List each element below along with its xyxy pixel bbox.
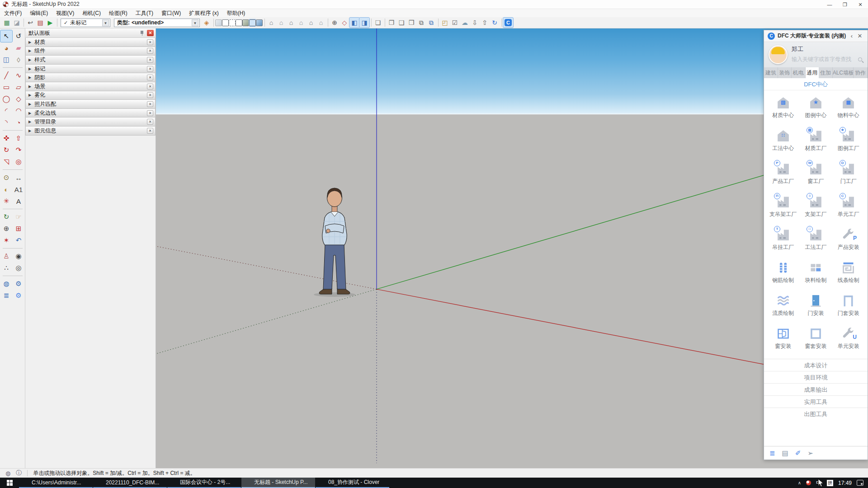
style-monochrome-icon[interactable]: [256, 19, 263, 26]
panel-tray-item[interactable]: ▶ 图元信息 ✕: [25, 127, 156, 136]
zoom-tool[interactable]: ⊕: [0, 223, 12, 235]
tray-item-close-icon[interactable]: ✕: [147, 119, 153, 125]
panel-tray-item[interactable]: ▶ 柔化边线 ✕: [25, 109, 156, 118]
supplies-center[interactable]: ▦ 物料中心: [832, 92, 865, 125]
dfc-section-header[interactable]: 出图工具: [764, 408, 868, 420]
expand-arrow-icon[interactable]: ▶: [28, 75, 31, 80]
dfc-section-header[interactable]: 成本设计: [764, 359, 868, 371]
solid-union-icon[interactable]: ❐: [387, 18, 396, 28]
view-left-icon[interactable]: ⌂: [316, 18, 326, 28]
hidden-icons-chevron[interactable]: ∧: [798, 480, 801, 485]
geolocation-icon[interactable]: ◍: [5, 470, 10, 477]
menu-item[interactable]: 窗口(W): [157, 9, 185, 17]
model-viewport[interactable]: [156, 28, 868, 468]
model-info-icon[interactable]: ▦: [2, 18, 12, 28]
menu-item[interactable]: 工具(T): [132, 9, 157, 17]
picker-pen-icon[interactable]: ✐: [795, 449, 801, 457]
menu-item[interactable]: 扩展程序 (x): [185, 9, 222, 17]
style-shaded-textures-icon[interactable]: [249, 19, 256, 26]
clover-icon[interactable]: C: [503, 18, 513, 28]
send-arrow-icon[interactable]: ➢: [807, 449, 813, 457]
rectangle-tool[interactable]: ▭: [0, 81, 12, 93]
section-plane-icon[interactable]: ◇: [340, 18, 349, 28]
expand-arrow-icon[interactable]: ▶: [28, 84, 31, 89]
method-factory[interactable]: ∷ 工法工厂: [799, 224, 832, 257]
solid-split-icon[interactable]: ⧉: [426, 18, 436, 28]
section-cuts-icon[interactable]: ◧: [349, 18, 359, 28]
follow-me-tool[interactable]: ↷: [13, 144, 24, 156]
hanger-support-factory[interactable]: Π 支吊架工厂: [767, 191, 799, 224]
panel-tray-item[interactable]: ▶ 样式 ✕: [25, 56, 156, 65]
window-install[interactable]: 窗安装: [767, 323, 799, 356]
model-upload-icon[interactable]: ⇧: [480, 18, 490, 28]
close-button[interactable]: ✕: [853, 0, 868, 9]
dfc-center-title[interactable]: DFC中心: [764, 78, 868, 90]
line-tool[interactable]: ╱: [0, 70, 12, 81]
arc-tool[interactable]: ◜: [0, 105, 12, 117]
legend-center[interactable]: ★ 图例中心: [799, 92, 832, 125]
panel-tray-item[interactable]: ▶ 管理目录 ✕: [25, 117, 156, 127]
solid-subtract-icon[interactable]: ❑: [396, 18, 406, 28]
info-icon[interactable]: ⓘ: [16, 469, 22, 477]
rotated-rectangle-tool[interactable]: ▱: [13, 81, 24, 93]
minimize-button[interactable]: —: [822, 0, 837, 9]
dfc-section-header[interactable]: 成果输出: [764, 383, 868, 395]
paint-bucket-tool[interactable]: ◕: [0, 42, 12, 54]
tray-app-icon[interactable]: [806, 480, 811, 485]
tape-measure-tool[interactable]: ⊙: [0, 172, 12, 183]
view-front-icon[interactable]: ⌂: [286, 18, 296, 28]
expand-arrow-icon[interactable]: ▶: [28, 111, 31, 115]
dfc-tab[interactable]: ALC墙板: [833, 67, 854, 78]
taskbar-item-explorer[interactable]: C:\Users\Administr...: [19, 478, 93, 488]
turn-tool[interactable]: ◎: [13, 262, 24, 274]
expand-arrow-icon[interactable]: ▶: [28, 93, 31, 97]
instructor-icon[interactable]: ◪: [12, 18, 22, 28]
door-factory[interactable]: D 门工厂: [832, 158, 865, 191]
tray-item-close-icon[interactable]: ✕: [147, 128, 153, 134]
run-icon[interactable]: ▶: [45, 18, 55, 28]
taskbar-item-word[interactable]: 20221110_DFC-BIM...: [93, 478, 167, 488]
polygon-tool[interactable]: ◇: [13, 93, 24, 105]
view-iso-icon[interactable]: ⌂: [266, 18, 276, 28]
chevron-down-icon[interactable]: ▼: [192, 19, 198, 26]
line-draw[interactable]: 线条绘制: [832, 257, 865, 290]
unit-factory[interactable]: C 单元工厂: [832, 191, 865, 224]
move-tool[interactable]: ✜: [0, 132, 12, 144]
product-factory[interactable]: P 产品工厂: [767, 158, 799, 191]
pin-icon[interactable]: [139, 30, 145, 36]
taskbar-item-sketchup-2[interactable]: 无标题 - SketchUp P...: [241, 478, 315, 488]
zoom-extents-tool[interactable]: ✶: [0, 235, 12, 246]
generate-report-icon[interactable]: ↩: [25, 18, 35, 28]
dfc-tab[interactable]: 通用: [806, 67, 819, 78]
expand-arrow-icon[interactable]: ▶: [28, 58, 31, 62]
door-install[interactable]: 门安装: [799, 290, 832, 323]
rebar-draw[interactable]: 钢筋绘制: [767, 257, 799, 290]
windowframe-install[interactable]: 窗套安装: [799, 323, 832, 356]
chevron-down-icon[interactable]: ▼: [102, 19, 109, 26]
user-avatar[interactable]: [769, 45, 788, 64]
expand-arrow-icon[interactable]: ▶: [28, 120, 31, 124]
collapse-panel-icon[interactable]: ‹: [848, 33, 856, 39]
section-fill-icon[interactable]: ◨: [359, 18, 369, 28]
protractor-tool[interactable]: ◐: [0, 183, 12, 195]
menu-item[interactable]: 视图(V): [52, 9, 78, 17]
product-install[interactable]: P 产品安装: [832, 224, 865, 257]
previous-view-tool[interactable]: ↶: [13, 235, 24, 246]
eraser-tool[interactable]: ▰: [13, 42, 24, 54]
tray-item-close-icon[interactable]: ✕: [147, 110, 153, 116]
panel-tray-item[interactable]: ▶ 雾化 ✕: [25, 91, 156, 100]
restore-button[interactable]: ❐: [837, 0, 853, 9]
taskbar-item-sketchup-1[interactable]: 国际会议中心 - 2号...: [167, 478, 241, 488]
lasso-select-tool[interactable]: ↺: [13, 30, 24, 42]
search-icon[interactable]: [858, 57, 862, 61]
doorframe-install[interactable]: 门套安装: [832, 290, 865, 323]
push-pull-tool[interactable]: ⇧: [13, 132, 24, 144]
expand-arrow-icon[interactable]: ▶: [28, 49, 31, 53]
style-xray-icon[interactable]: [215, 19, 222, 26]
view-top-icon[interactable]: ⌂: [276, 18, 286, 28]
panel-close-icon[interactable]: ✕: [147, 30, 154, 36]
axes-toggle-icon[interactable]: ⊕: [330, 18, 340, 28]
method-center[interactable]: ∷ 工法中心: [767, 125, 799, 158]
text-tool[interactable]: A1: [13, 183, 24, 195]
zoom-window-tool[interactable]: ⊞: [13, 223, 24, 235]
